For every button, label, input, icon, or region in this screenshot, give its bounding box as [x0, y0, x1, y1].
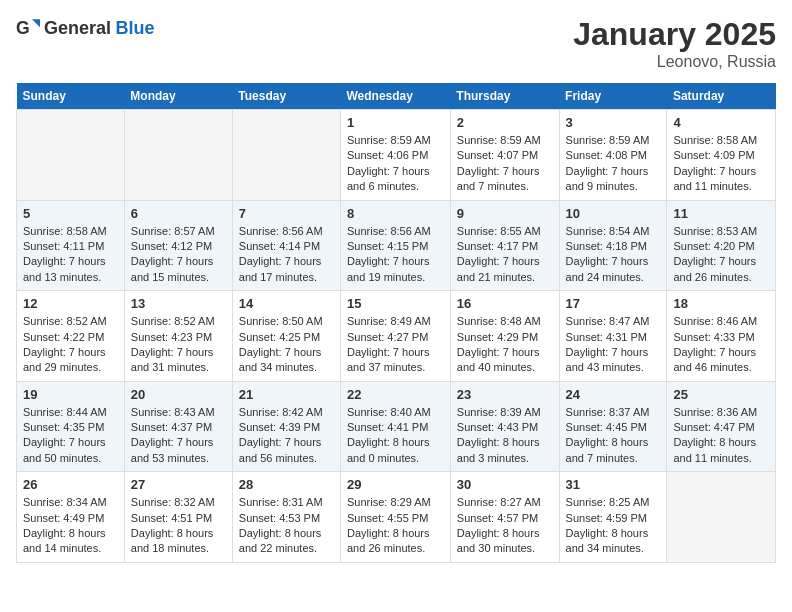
date-info: Sunrise: 8:57 AM Sunset: 4:12 PM Dayligh… [131, 224, 226, 286]
date-number: 25 [673, 387, 769, 402]
svg-marker-1 [32, 19, 40, 27]
date-number: 2 [457, 115, 553, 130]
date-number: 8 [347, 206, 444, 221]
date-info: Sunrise: 8:32 AM Sunset: 4:51 PM Dayligh… [131, 495, 226, 557]
day-header-thursday: Thursday [450, 83, 559, 110]
date-info: Sunrise: 8:59 AM Sunset: 4:08 PM Dayligh… [566, 133, 661, 195]
date-cell-4: 4Sunrise: 8:58 AM Sunset: 4:09 PM Daylig… [667, 110, 776, 201]
logo-general: General [44, 18, 111, 38]
date-info: Sunrise: 8:55 AM Sunset: 4:17 PM Dayligh… [457, 224, 553, 286]
date-info: Sunrise: 8:53 AM Sunset: 4:20 PM Dayligh… [673, 224, 769, 286]
date-number: 17 [566, 296, 661, 311]
logo: G General Blue [16, 16, 155, 40]
logo-blue: Blue [116, 18, 155, 38]
date-info: Sunrise: 8:25 AM Sunset: 4:59 PM Dayligh… [566, 495, 661, 557]
date-cell-16: 16Sunrise: 8:48 AM Sunset: 4:29 PM Dayli… [450, 291, 559, 382]
date-number: 22 [347, 387, 444, 402]
date-info: Sunrise: 8:52 AM Sunset: 4:23 PM Dayligh… [131, 314, 226, 376]
date-cell-20: 20Sunrise: 8:43 AM Sunset: 4:37 PM Dayli… [124, 381, 232, 472]
day-header-tuesday: Tuesday [232, 83, 340, 110]
date-info: Sunrise: 8:56 AM Sunset: 4:15 PM Dayligh… [347, 224, 444, 286]
date-info: Sunrise: 8:27 AM Sunset: 4:57 PM Dayligh… [457, 495, 553, 557]
date-number: 16 [457, 296, 553, 311]
date-number: 5 [23, 206, 118, 221]
date-cell-10: 10Sunrise: 8:54 AM Sunset: 4:18 PM Dayli… [559, 200, 667, 291]
date-number: 26 [23, 477, 118, 492]
date-info: Sunrise: 8:37 AM Sunset: 4:45 PM Dayligh… [566, 405, 661, 467]
date-cell-21: 21Sunrise: 8:42 AM Sunset: 4:39 PM Dayli… [232, 381, 340, 472]
date-info: Sunrise: 8:54 AM Sunset: 4:18 PM Dayligh… [566, 224, 661, 286]
day-header-monday: Monday [124, 83, 232, 110]
date-number: 24 [566, 387, 661, 402]
date-cell-30: 30Sunrise: 8:27 AM Sunset: 4:57 PM Dayli… [450, 472, 559, 563]
date-cell-24: 24Sunrise: 8:37 AM Sunset: 4:45 PM Dayli… [559, 381, 667, 472]
date-cell-empty-02 [232, 110, 340, 201]
date-number: 7 [239, 206, 334, 221]
date-cell-29: 29Sunrise: 8:29 AM Sunset: 4:55 PM Dayli… [340, 472, 450, 563]
date-number: 1 [347, 115, 444, 130]
date-info: Sunrise: 8:39 AM Sunset: 4:43 PM Dayligh… [457, 405, 553, 467]
calendar-table: SundayMondayTuesdayWednesdayThursdayFrid… [16, 83, 776, 563]
date-cell-8: 8Sunrise: 8:56 AM Sunset: 4:15 PM Daylig… [340, 200, 450, 291]
calendar-title: January 2025 [573, 16, 776, 53]
date-cell-27: 27Sunrise: 8:32 AM Sunset: 4:51 PM Dayli… [124, 472, 232, 563]
date-info: Sunrise: 8:43 AM Sunset: 4:37 PM Dayligh… [131, 405, 226, 467]
date-cell-19: 19Sunrise: 8:44 AM Sunset: 4:35 PM Dayli… [17, 381, 125, 472]
header-row: SundayMondayTuesdayWednesdayThursdayFrid… [17, 83, 776, 110]
date-cell-3: 3Sunrise: 8:59 AM Sunset: 4:08 PM Daylig… [559, 110, 667, 201]
day-header-friday: Friday [559, 83, 667, 110]
date-cell-23: 23Sunrise: 8:39 AM Sunset: 4:43 PM Dayli… [450, 381, 559, 472]
date-info: Sunrise: 8:29 AM Sunset: 4:55 PM Dayligh… [347, 495, 444, 557]
date-number: 31 [566, 477, 661, 492]
date-cell-6: 6Sunrise: 8:57 AM Sunset: 4:12 PM Daylig… [124, 200, 232, 291]
date-cell-1: 1Sunrise: 8:59 AM Sunset: 4:06 PM Daylig… [340, 110, 450, 201]
calendar-subtitle: Leonovo, Russia [573, 53, 776, 71]
date-number: 30 [457, 477, 553, 492]
date-cell-15: 15Sunrise: 8:49 AM Sunset: 4:27 PM Dayli… [340, 291, 450, 382]
date-number: 15 [347, 296, 444, 311]
date-number: 4 [673, 115, 769, 130]
week-row-4: 19Sunrise: 8:44 AM Sunset: 4:35 PM Dayli… [17, 381, 776, 472]
date-cell-11: 11Sunrise: 8:53 AM Sunset: 4:20 PM Dayli… [667, 200, 776, 291]
date-info: Sunrise: 8:42 AM Sunset: 4:39 PM Dayligh… [239, 405, 334, 467]
date-info: Sunrise: 8:56 AM Sunset: 4:14 PM Dayligh… [239, 224, 334, 286]
date-number: 12 [23, 296, 118, 311]
date-cell-18: 18Sunrise: 8:46 AM Sunset: 4:33 PM Dayli… [667, 291, 776, 382]
svg-text:G: G [16, 18, 30, 38]
date-cell-12: 12Sunrise: 8:52 AM Sunset: 4:22 PM Dayli… [17, 291, 125, 382]
date-info: Sunrise: 8:52 AM Sunset: 4:22 PM Dayligh… [23, 314, 118, 376]
date-info: Sunrise: 8:49 AM Sunset: 4:27 PM Dayligh… [347, 314, 444, 376]
date-number: 27 [131, 477, 226, 492]
title-block: January 2025 Leonovo, Russia [573, 16, 776, 71]
date-number: 28 [239, 477, 334, 492]
date-cell-9: 9Sunrise: 8:55 AM Sunset: 4:17 PM Daylig… [450, 200, 559, 291]
day-header-wednesday: Wednesday [340, 83, 450, 110]
date-number: 3 [566, 115, 661, 130]
date-number: 14 [239, 296, 334, 311]
day-header-sunday: Sunday [17, 83, 125, 110]
date-cell-25: 25Sunrise: 8:36 AM Sunset: 4:47 PM Dayli… [667, 381, 776, 472]
date-info: Sunrise: 8:40 AM Sunset: 4:41 PM Dayligh… [347, 405, 444, 467]
date-info: Sunrise: 8:59 AM Sunset: 4:07 PM Dayligh… [457, 133, 553, 195]
week-row-2: 5Sunrise: 8:58 AM Sunset: 4:11 PM Daylig… [17, 200, 776, 291]
date-number: 19 [23, 387, 118, 402]
date-number: 23 [457, 387, 553, 402]
date-number: 6 [131, 206, 226, 221]
date-cell-17: 17Sunrise: 8:47 AM Sunset: 4:31 PM Dayli… [559, 291, 667, 382]
week-row-3: 12Sunrise: 8:52 AM Sunset: 4:22 PM Dayli… [17, 291, 776, 382]
date-info: Sunrise: 8:50 AM Sunset: 4:25 PM Dayligh… [239, 314, 334, 376]
date-cell-7: 7Sunrise: 8:56 AM Sunset: 4:14 PM Daylig… [232, 200, 340, 291]
date-number: 20 [131, 387, 226, 402]
header: G General Blue January 2025 Leonovo, Rus… [16, 16, 776, 71]
date-number: 10 [566, 206, 661, 221]
date-info: Sunrise: 8:36 AM Sunset: 4:47 PM Dayligh… [673, 405, 769, 467]
date-cell-empty-46 [667, 472, 776, 563]
date-info: Sunrise: 8:59 AM Sunset: 4:06 PM Dayligh… [347, 133, 444, 195]
logo-icon: G [16, 16, 40, 40]
date-cell-5: 5Sunrise: 8:58 AM Sunset: 4:11 PM Daylig… [17, 200, 125, 291]
date-cell-empty-00 [17, 110, 125, 201]
date-info: Sunrise: 8:58 AM Sunset: 4:09 PM Dayligh… [673, 133, 769, 195]
date-info: Sunrise: 8:48 AM Sunset: 4:29 PM Dayligh… [457, 314, 553, 376]
date-cell-22: 22Sunrise: 8:40 AM Sunset: 4:41 PM Dayli… [340, 381, 450, 472]
date-number: 13 [131, 296, 226, 311]
